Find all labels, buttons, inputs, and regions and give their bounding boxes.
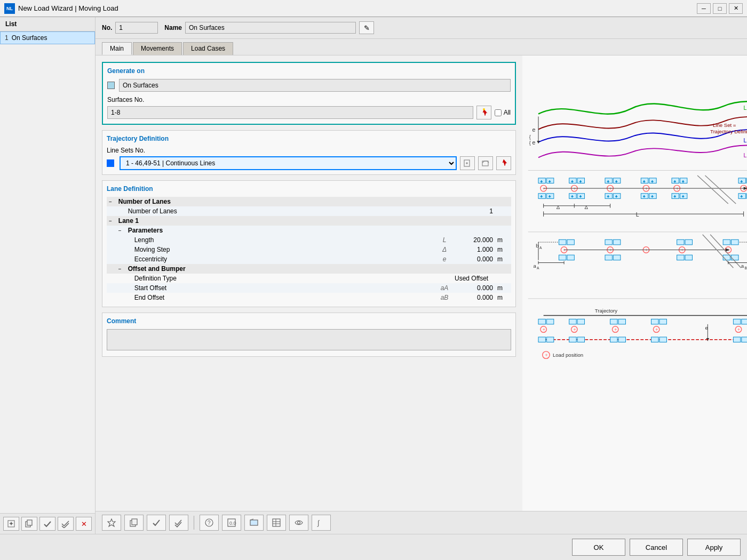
traj-open-button[interactable] (478, 156, 493, 170)
svg-rect-181 (733, 337, 740, 342)
check-all-tool-button[interactable] (169, 515, 188, 531)
svg-text:+: + (681, 247, 684, 253)
svg-rect-108 (613, 239, 620, 245)
trajectory-section: Trajectory Definition Line Sets No. 1 - … (102, 130, 516, 175)
table-row: Eccentricity e 0.000 m (107, 254, 511, 264)
table-tool-button[interactable] (267, 515, 286, 531)
name-input[interactable] (185, 22, 356, 34)
tabs: Main Movements Load Cases (96, 39, 747, 55)
svg-text:+: + (579, 195, 582, 198)
svg-rect-153 (569, 319, 576, 324)
table-row: − Lane 1 (107, 216, 511, 226)
minimize-button[interactable]: ─ (697, 3, 711, 14)
svg-rect-128 (613, 255, 620, 260)
svg-text:+: + (737, 327, 740, 332)
star-tool-button[interactable] (102, 515, 121, 531)
apply-button[interactable]: Apply (687, 539, 741, 556)
no-field-group: No. (102, 22, 158, 34)
svg-text:+: + (543, 186, 545, 191)
dialog-footer: OK Cancel Apply (0, 534, 747, 560)
bottom-toolbar: ? 0.00 ∫ (96, 511, 747, 534)
check-tool-button[interactable] (147, 515, 166, 531)
table-row: Start Offset aA 0.000 m (107, 283, 511, 293)
diagram-svg: Lane 1 Line Set = Trajectory Definition … (528, 83, 747, 483)
generate-on-input[interactable] (119, 79, 511, 92)
svg-text:+: + (545, 353, 548, 358)
collapse-num-lanes[interactable]: − (109, 199, 112, 205)
svg-rect-154 (577, 319, 584, 324)
comment-title: Comment (107, 317, 511, 325)
eye-tool-button[interactable] (289, 515, 308, 531)
ok-button[interactable]: OK (572, 539, 625, 556)
svg-text:a: a (741, 263, 744, 269)
tab-load-cases[interactable]: Load Cases (183, 42, 233, 55)
svg-rect-127 (605, 255, 612, 260)
svg-rect-157 (651, 319, 658, 324)
no-label: No. (102, 24, 112, 31)
svg-text:+: + (543, 327, 545, 332)
svg-rect-182 (742, 337, 747, 342)
zero-tool-button[interactable]: 0.00 (222, 515, 241, 531)
svg-rect-112 (732, 239, 738, 245)
copy-tool-button[interactable] (124, 515, 144, 531)
svg-text:+: + (609, 247, 612, 253)
svg-rect-159 (733, 319, 740, 324)
svg-rect-107 (605, 239, 612, 245)
add-button[interactable]: ✦ (3, 517, 19, 531)
svg-text:+: + (645, 186, 648, 191)
line-sets-combo[interactable]: 1 - 46,49-51 | Continuous Lines (120, 156, 457, 170)
surface-tool-button[interactable] (244, 515, 264, 531)
sidebar-content: 1 On Surfaces (0, 31, 95, 513)
surfaces-row: All (107, 106, 511, 119)
moving-step-unit: m (495, 245, 511, 254)
tab-movements[interactable]: Movements (133, 42, 182, 55)
no-input[interactable] (115, 22, 158, 34)
svg-text:+: + (676, 186, 679, 191)
lane-tree-table: − Number of Lanes (107, 197, 511, 302)
comment-input[interactable] (107, 329, 511, 350)
svg-text:+: + (643, 180, 645, 183)
check-all-button[interactable] (58, 517, 74, 531)
svg-rect-179 (651, 337, 658, 342)
cancel-button[interactable]: Cancel (630, 539, 683, 556)
collapse-offset[interactable]: − (118, 266, 122, 272)
close-button[interactable]: ✕ (729, 3, 743, 14)
duplicate-button[interactable] (21, 517, 37, 531)
all-checkbox-label: All (495, 109, 511, 116)
tab-main[interactable]: Main (102, 42, 132, 55)
line-sets-label: Line Sets No. (107, 147, 511, 154)
question-tool-button[interactable]: ? (200, 515, 219, 531)
surfaces-input[interactable] (107, 106, 473, 119)
svg-rect-130 (685, 255, 692, 260)
surfaces-label: Surfaces No. (107, 96, 511, 103)
svg-text:Δ: Δ (585, 204, 589, 210)
maximize-button[interactable]: □ (713, 3, 727, 14)
check-single-button[interactable] (39, 517, 55, 531)
svg-text:+: + (614, 327, 617, 332)
color-indicator (107, 82, 115, 89)
edit-name-button[interactable]: ✎ (359, 21, 374, 34)
svg-text:+: + (607, 180, 609, 183)
traj-new-button[interactable] (460, 156, 475, 170)
collapse-params[interactable]: − (118, 228, 122, 234)
sidebar-item-on-surfaces[interactable]: 1 On Surfaces (0, 31, 95, 44)
svg-rect-3 (27, 520, 32, 525)
table-row: Length L 20.000 m (107, 235, 511, 245)
svg-text:+: + (607, 195, 609, 198)
svg-text:+: + (651, 180, 654, 183)
traj-pick-button[interactable] (496, 156, 511, 170)
collapse-lane1[interactable]: − (109, 218, 112, 224)
svg-text:+: + (609, 186, 612, 191)
eccentricity-unit: m (495, 254, 511, 264)
formula-tool-button[interactable]: ∫ (312, 515, 331, 531)
pick-surfaces-button[interactable] (476, 106, 491, 119)
svg-rect-160 (742, 319, 747, 324)
comment-section: Comment (102, 313, 516, 357)
delete-button[interactable]: ✕ (76, 517, 92, 531)
start-offset-sym: aA (436, 283, 452, 293)
sidebar-item-number: 1 (5, 34, 9, 42)
start-offset-value: 0.000 (452, 283, 495, 293)
svg-rect-174 (546, 337, 553, 342)
all-checkbox[interactable] (495, 109, 502, 116)
generate-on-title: Generate on (107, 67, 511, 75)
